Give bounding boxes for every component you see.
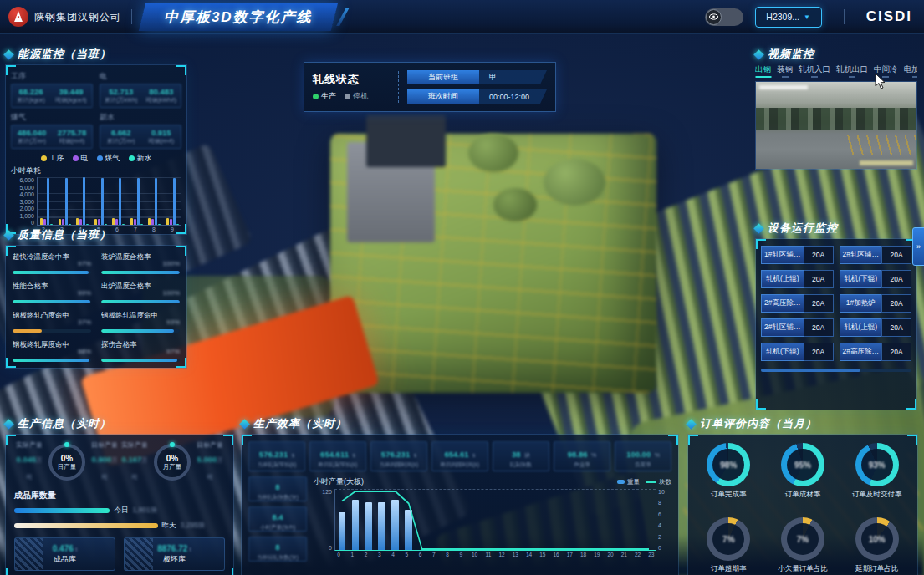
producing-dot-icon [313,94,319,99]
bar [40,218,43,225]
bar [47,178,49,225]
y-tick: 6 [658,511,661,517]
bar [176,224,179,225]
equipment-row[interactable]: 轧机(下辊)20A [840,270,912,288]
scene-cylinder [493,188,537,221]
order-donut-0: 98%订单完成率 [693,443,764,509]
x-tick: 14 [523,552,536,557]
equipment-row[interactable]: 2#高压除…20A [761,294,834,313]
camera-feed-railing [845,135,916,155]
order-donut-2: 93%订单及时交付率 [841,443,912,509]
monthly-output-ring-gauge: 0% 月产量 [154,444,191,481]
quality-item: 钢板终轧凸度命中 37% [13,311,91,333]
scene-dark-equipment [366,115,446,167]
y-tick: 10 [658,489,665,495]
x-tick: 3 [373,552,386,557]
today-bar [14,508,110,513]
bar [65,178,68,225]
inventory-title: 成品库数量 [14,490,225,501]
order-donut-1: 95%订单成材率 [768,443,839,509]
scene-cylinder [544,159,605,206]
equipment-scrollbar-thumb[interactable] [761,369,860,372]
bar [76,218,79,225]
line-series [335,490,656,550]
video-header: 视频监控 [755,47,917,62]
efficiency-stat: 654.611 s昨日轧制节拍(s) [309,441,366,471]
bar [79,219,82,225]
order-evaluation-widget: 订单评价内容（当月） 98%订单完成率95%订单成材率93%订单及时交付率7%订… [687,416,918,575]
y-tick: 1,000 [19,213,34,219]
camera-tab-0[interactable]: 出钢 [755,64,771,78]
shift-time-label: 班次时间 [407,89,479,104]
equipment-row[interactable]: 2#高压除…20A [840,343,912,361]
hourly-output-chart: 小时产量(大板) 重量 块数 1200 1086420 012345678910… [314,476,671,562]
energy-bar-group [166,177,179,225]
efficiency-stat: 100.00 %负荷率 [615,441,671,471]
equipment-row[interactable]: 轧机(下辊)20A [761,343,834,361]
company-name: 陕钢集团汉钢公司 [34,10,121,24]
chart-y-axis-left: 1200 [314,489,334,551]
bar [158,224,161,225]
bar [62,219,64,225]
equipment-row[interactable]: 1#轧区辅…20A [761,246,834,264]
orders-title: 订单评价内容（当月） [700,416,817,431]
equipment-row[interactable]: 轧机(上辊)20A [840,318,912,337]
legend-item: 工序 [41,153,64,164]
visibility-toggle[interactable] [705,8,743,26]
camera-tab-1[interactable]: 装钢 [777,64,793,78]
bar [98,219,100,225]
panel-diamond-icon [3,230,14,241]
bar-legend-icon [617,480,625,484]
bar [148,218,151,225]
bar [105,224,107,225]
y-tick: 0 [658,545,661,551]
donut-value: 95% [781,443,824,486]
legend-dot-icon [73,155,79,161]
quality-info-widget: 质量信息（当班） 超快冷温度命中率 97% 装炉温度合格率 100% 性能合格率… [5,227,187,369]
bar [119,178,121,225]
camera-caption-overlay [860,160,913,165]
dashed-divider [398,71,399,103]
finished-goods-card: 0.476 t 成品库 [14,537,115,571]
equipment-header: 设备运行监控 [755,221,917,236]
efficiency-stat: 654.61 s昨日间隙时间(s) [431,441,488,471]
camera-tab-4[interactable]: 中间冷 [874,64,898,78]
page-title: 中厚板3D数字化产线 [139,3,338,31]
efficiency-bottom: 8当班轧制块数(块)8.4小时产量(块/h)8当班待轧块数(块) 小时产量(大板… [248,476,671,562]
chart-x-axis: 01234567891011121314151617181920212223 [332,552,658,557]
bar [69,224,71,225]
line-legend-icon [646,481,656,483]
energy-header: 能源监控（当班） [5,47,187,62]
camera-tab-2[interactable]: 轧机入口 [799,64,830,78]
x-tick: 22 [631,552,645,557]
chart-y-axis-right: 1086420 [656,489,671,551]
equipment-row[interactable]: 轧机(上辊)20A [761,270,834,288]
equipment-row[interactable]: 2#轧区辅…20A [761,318,834,337]
equipment-scrollbar[interactable] [761,369,911,372]
camera-tab-3[interactable]: 轧机出口 [836,64,868,78]
equipment-monitor-widget: 设备运行监控 1#轧区辅…20A2#轧区辅…20A轧机(上辊)20A轧机(下辊)… [755,221,917,410]
x-tick: 9 [454,552,467,557]
efficiency-panel: 576.231 s当班轧制节拍(s)654.611 s昨日轧制节拍(s)576.… [241,434,679,575]
title-slash-decoration [336,8,350,26]
camera-tab-5[interactable]: 电加热 [904,64,918,78]
camera-feed-machinery [756,108,916,130]
daily-output-ring-gauge: 0% 日产量 [48,444,85,481]
donut-label: 小欠量订单占比 [778,564,828,574]
inventory-bar-yesterday: 昨天 3,295块 [14,521,225,531]
donut-ring: 93% [855,443,899,486]
donut-ring: 7% [781,517,824,561]
equipment-row[interactable]: 2#轧区辅…20A [840,246,912,264]
chevron-down-icon: ▼ [804,13,810,21]
quality-header: 质量信息（当班） [5,227,187,242]
efficiency-side-stat: 8当班待轧块数(块) [248,537,307,562]
equipment-panel-collapse-handle[interactable]: » [912,227,924,266]
equipment-list: 1#轧区辅…20A2#轧区辅…20A轧机(上辊)20A轧机(下辊)20A2#高压… [761,246,911,361]
shift-select-dropdown[interactable]: H2309... ▼ [755,7,822,28]
equipment-row[interactable]: 1#加热炉20A [840,294,912,313]
header-actions: H2309... ▼ CISDI [705,7,924,28]
chart-head: 小时产量(大板) 重量 块数 [314,476,671,487]
energy-group-gas: 煤气 486.040累计(万m³) 2775.78吨钢(m³/t) [11,111,93,149]
quality-item: 探伤合格率 97% [101,340,180,363]
bar [112,218,115,225]
